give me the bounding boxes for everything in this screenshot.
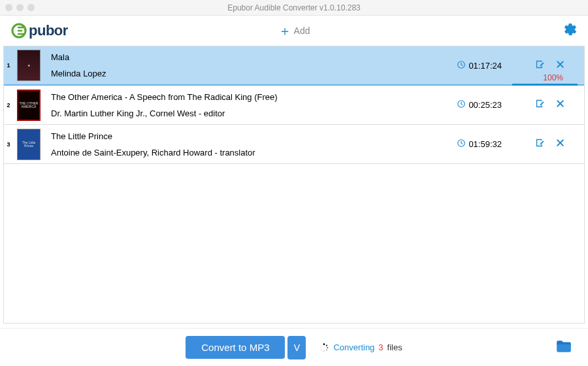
duration: 00:25:23 (457, 99, 502, 110)
svg-point-13 (321, 347, 321, 348)
status-text: Converting 3 files (319, 342, 402, 353)
footer: Convert to MP3 V Converting 3 files (0, 328, 588, 366)
edit-button[interactable] (534, 59, 546, 73)
remove-button[interactable] (555, 98, 566, 112)
row-number: 2 (4, 102, 13, 108)
chevron-down-icon: V (294, 342, 300, 353)
logo-icon (10, 22, 27, 39)
edit-icon (534, 98, 546, 109)
row-actions (534, 59, 566, 73)
duration-value: 00:25:23 (468, 100, 502, 110)
book-title: Mala (51, 52, 457, 62)
minimize-window-icon[interactable] (16, 4, 24, 11)
close-icon (555, 98, 566, 109)
edit-button[interactable] (534, 98, 546, 112)
svg-point-9 (327, 347, 329, 348)
svg-point-14 (321, 345, 322, 346)
folder-icon (555, 339, 572, 354)
edit-button[interactable] (534, 137, 546, 151)
row-meta: The Little Prince Antoine de Saint-Exupe… (51, 131, 457, 158)
list-item[interactable]: 1 ★ Mala Melinda Lopez 01:17:24 100% (4, 46, 584, 86)
duration-value: 01:17:24 (468, 61, 502, 71)
edit-icon (534, 137, 546, 148)
svg-point-10 (327, 349, 328, 350)
duration-value: 01:59:32 (468, 139, 502, 149)
svg-point-11 (324, 350, 325, 351)
row-number: 3 (4, 141, 13, 148)
book-author: Dr. Martin Luther King Jr., Cornel West … (51, 108, 457, 118)
convert-label: Convert to MP3 (201, 342, 269, 353)
add-label: Add (294, 25, 310, 36)
duration: 01:59:32 (457, 139, 502, 150)
zoom-window-icon[interactable] (27, 4, 35, 11)
book-title: The Little Prince (51, 131, 457, 141)
audiobook-list: 1 ★ Mala Melinda Lopez 01:17:24 100% 2 (4, 46, 584, 323)
window-title: Epubor Audible Converter v1.0.10.283 (0, 3, 588, 12)
row-meta: The Other America - A Speech from The Ra… (51, 92, 457, 118)
list-item[interactable]: 2 THE OTHER AMERICA The Other America - … (4, 86, 584, 125)
list-item[interactable]: 3 The Little Prince The Little Prince An… (4, 125, 584, 164)
remove-button[interactable] (555, 137, 566, 151)
titlebar: Epubor Audible Converter v1.0.10.283 (0, 0, 588, 16)
svg-point-12 (321, 349, 322, 350)
remove-button[interactable] (555, 59, 566, 73)
close-icon (555, 137, 566, 148)
gear-icon (563, 22, 578, 37)
book-author: Antoine de Saint-Exupery, Richard Howard… (51, 148, 457, 158)
convert-button[interactable]: Convert to MP3 (186, 336, 285, 359)
format-dropdown[interactable]: V (287, 336, 306, 359)
close-window-icon[interactable] (5, 4, 12, 11)
logo: pubor (10, 22, 68, 39)
book-author: Melinda Lopez (51, 69, 457, 78)
clock-icon (457, 60, 466, 71)
clock-icon (457, 139, 466, 150)
cover-thumbnail: The Little Prince (17, 129, 41, 160)
row-number: 1 (4, 62, 13, 69)
spinner-icon (319, 342, 329, 353)
open-folder-button[interactable] (555, 339, 572, 356)
logo-text: pubor (29, 22, 68, 39)
svg-point-7 (323, 343, 325, 345)
close-icon (555, 59, 566, 70)
progress-percent: 100% (543, 73, 563, 82)
row-meta: Mala Melinda Lopez (51, 52, 457, 78)
svg-point-8 (326, 344, 327, 346)
settings-button[interactable] (563, 22, 578, 39)
status-files: files (387, 342, 402, 352)
window-controls (5, 4, 35, 11)
plus-icon: ＋ (278, 24, 291, 37)
row-actions (534, 137, 566, 151)
clock-icon (457, 99, 466, 110)
book-title: The Other America - A Speech from The Ra… (51, 92, 457, 102)
status-word: Converting (333, 342, 374, 352)
cover-thumbnail: ★ (17, 50, 41, 81)
row-actions (534, 98, 566, 112)
duration: 01:17:24 (457, 60, 502, 71)
add-button[interactable]: ＋ Add (278, 24, 310, 37)
edit-icon (534, 59, 546, 70)
status-count: 3 (378, 342, 383, 352)
cover-thumbnail: THE OTHER AMERICA (17, 90, 41, 121)
toolbar: pubor ＋ Add (0, 16, 588, 46)
